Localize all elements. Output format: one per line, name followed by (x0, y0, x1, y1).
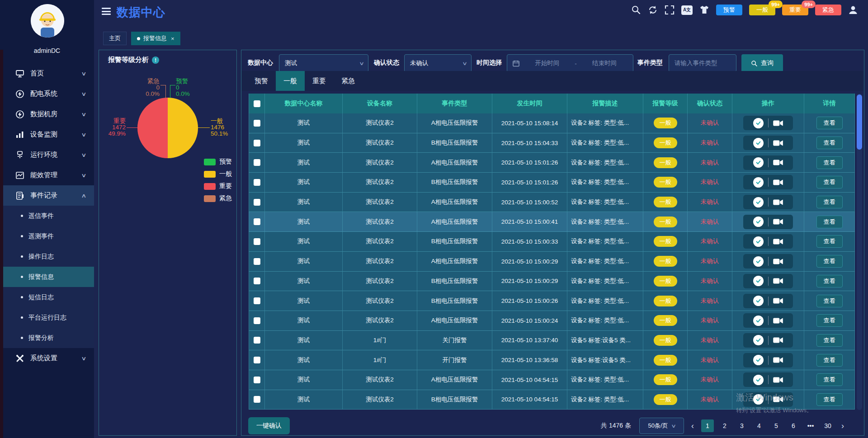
video-camera-icon[interactable] (773, 199, 783, 206)
legend-item-urgent[interactable]: 紧急 (204, 194, 232, 203)
row-checkbox[interactable] (254, 337, 260, 344)
alarm-level-pie-chart[interactable] (137, 98, 198, 158)
breadcrumb-active-tab[interactable]: 报警信息 × (131, 32, 180, 45)
view-detail-button[interactable]: 查看 (816, 156, 843, 169)
page-number[interactable]: 5 (770, 419, 783, 432)
page-number[interactable]: 1 (701, 419, 714, 432)
confirm-icon[interactable] (753, 316, 764, 326)
video-camera-icon[interactable] (773, 238, 783, 245)
view-detail-button[interactable]: 查看 (816, 255, 843, 268)
row-checkbox[interactable] (254, 218, 260, 225)
sidebar-submenu-item[interactable]: 遥测事件 (0, 226, 94, 246)
alarm-pill-urgent[interactable]: 紧急 (815, 5, 841, 15)
page-number[interactable]: ••• (804, 419, 817, 432)
confirm-icon[interactable] (753, 355, 764, 365)
view-detail-button[interactable]: 查看 (816, 314, 843, 327)
row-checkbox[interactable] (254, 258, 260, 265)
table-row[interactable]: 测试 测试仪表2 A相电压低限报警 2021-05-10 15:01:26 设备… (249, 153, 855, 173)
table-row[interactable]: 测试 测试仪表2 B相电压低限报警 2021-05-10 15:00:33 设备… (249, 232, 855, 252)
refresh-icon[interactable] (648, 5, 658, 15)
confirm-icon[interactable] (753, 296, 764, 306)
table-row[interactable]: 测试 测试仪表2 B相电压低限报警 2021-05-10 15:04:33 设备… (249, 133, 855, 153)
video-camera-icon[interactable] (773, 396, 783, 403)
view-detail-button[interactable]: 查看 (816, 373, 843, 386)
row-checkbox[interactable] (254, 159, 260, 166)
event-type-input[interactable]: 请输入事件类型 (669, 54, 736, 72)
row-checkbox[interactable] (254, 377, 260, 383)
table-row[interactable]: 测试 测试仪表2 B相电压低限报警 2021-05-10 04:54:15 设备… (249, 390, 855, 410)
prev-page-arrow[interactable]: ‹ (689, 421, 696, 431)
legend-item-major[interactable]: 重要 (204, 182, 232, 190)
video-camera-icon[interactable] (773, 120, 783, 127)
sidebar-item-home[interactable]: 首页 ∨ (0, 63, 94, 84)
video-camera-icon[interactable] (773, 377, 783, 383)
row-checkbox[interactable] (254, 238, 260, 245)
page-number[interactable]: 30 (821, 419, 834, 432)
video-camera-icon[interactable] (773, 317, 783, 324)
table-row[interactable]: 测试 测试仪表2 A相电压低限报警 2021-05-10 04:54:15 设备… (249, 370, 855, 390)
video-camera-icon[interactable] (773, 140, 783, 146)
fullscreen-icon[interactable] (665, 5, 675, 15)
sidebar-submenu-item[interactable]: 报警分析 (0, 328, 94, 348)
tab-major[interactable]: 重要 (305, 71, 334, 91)
translate-icon[interactable]: A文 (681, 5, 693, 15)
legend-item-forewarn[interactable]: 预警 (204, 158, 232, 166)
confirm-icon[interactable] (753, 375, 764, 385)
view-detail-button[interactable]: 查看 (816, 137, 843, 149)
view-detail-button[interactable]: 查看 (816, 354, 843, 367)
sidebar-submenu-item[interactable]: 平台运行日志 (0, 307, 94, 328)
row-checkbox[interactable] (254, 357, 260, 363)
view-detail-button[interactable]: 查看 (816, 117, 843, 129)
close-icon[interactable]: × (171, 35, 175, 42)
menu-toggle-button[interactable] (102, 8, 111, 15)
page-number[interactable]: 3 (736, 419, 748, 432)
alarm-pill-forewarn[interactable]: 预警 (716, 5, 742, 15)
tab-normal[interactable]: 一般 (276, 71, 305, 91)
table-row[interactable]: 测试 测试仪表2 B相电压低限报警 2021-05-10 15:01:26 设备… (249, 173, 855, 193)
sidebar-item-system-settings[interactable]: 系统设置 ∨ (0, 348, 94, 368)
video-camera-icon[interactable] (773, 278, 783, 284)
table-row[interactable]: 测试 测试仪表2 A相电压低限报警 2021-05-10 15:00:24 设备… (249, 311, 855, 331)
dc-select[interactable]: 测试 ∨ (279, 54, 368, 72)
confirm-icon[interactable] (753, 217, 764, 227)
breadcrumb-home[interactable]: 主页 (103, 32, 127, 45)
alarm-pill-major[interactable]: 重要 99+ (782, 5, 808, 15)
view-detail-button[interactable]: 查看 (816, 295, 843, 307)
page-number[interactable]: 6 (787, 419, 800, 432)
scrollbar-thumb[interactable] (857, 94, 862, 150)
confirm-icon[interactable] (753, 276, 764, 286)
theme-shirt-icon[interactable] (699, 5, 709, 15)
tab-forewarn[interactable]: 预警 (247, 71, 276, 91)
table-row[interactable]: 测试 测试仪表2 B相电压低限报警 2021-05-10 15:00:29 设备… (249, 272, 855, 292)
page-number[interactable]: 2 (718, 419, 731, 432)
table-row[interactable]: 测试 测试仪表2 A相电压低限报警 2021-05-10 15:00:41 设备… (249, 212, 855, 232)
confirm-icon[interactable] (753, 138, 764, 148)
confirm-icon[interactable] (753, 335, 764, 345)
view-detail-button[interactable]: 查看 (816, 176, 843, 188)
view-detail-button[interactable]: 查看 (816, 275, 843, 287)
legend-item-normal[interactable]: 一般 (204, 170, 232, 178)
next-page-arrow[interactable]: › (840, 421, 846, 431)
video-camera-icon[interactable] (773, 179, 783, 186)
row-checkbox[interactable] (254, 179, 260, 186)
row-checkbox[interactable] (254, 120, 260, 127)
start-time-input[interactable]: 开始时间 (524, 59, 570, 67)
row-checkbox[interactable] (254, 278, 260, 284)
page-size-select[interactable]: 50条/页 ∨ (639, 418, 684, 434)
sidebar-item-data-room[interactable]: 数据机房 ∨ (0, 104, 94, 124)
search-icon[interactable] (631, 5, 641, 15)
confirm-icon[interactable] (753, 256, 764, 267)
confirm-all-button[interactable]: 一键确认 (248, 417, 290, 434)
page-number[interactable]: 4 (753, 419, 765, 432)
view-detail-button[interactable]: 查看 (816, 334, 843, 347)
view-detail-button[interactable]: 查看 (816, 196, 843, 208)
table-row[interactable]: 测试 测试仪表2 A相电压低限报警 2021-05-10 15:08:14 设备… (249, 113, 855, 133)
info-icon[interactable]: ! (152, 57, 159, 64)
confirm-icon[interactable] (753, 394, 764, 405)
table-row[interactable]: 测试 1#门 关门报警 2021-05-10 13:37:40 设备5 标签:设… (249, 331, 855, 351)
sidebar-item-event-records[interactable]: 事件记录 ∧ (0, 185, 94, 206)
video-camera-icon[interactable] (773, 218, 783, 225)
table-row[interactable]: 测试 测试仪表2 A相电压低限报警 2021-05-10 15:00:29 设备… (249, 252, 855, 272)
sidebar-item-power-distribution[interactable]: 配电系统 ∨ (0, 84, 94, 104)
alarm-pill-normal[interactable]: 一般 99+ (749, 5, 775, 15)
